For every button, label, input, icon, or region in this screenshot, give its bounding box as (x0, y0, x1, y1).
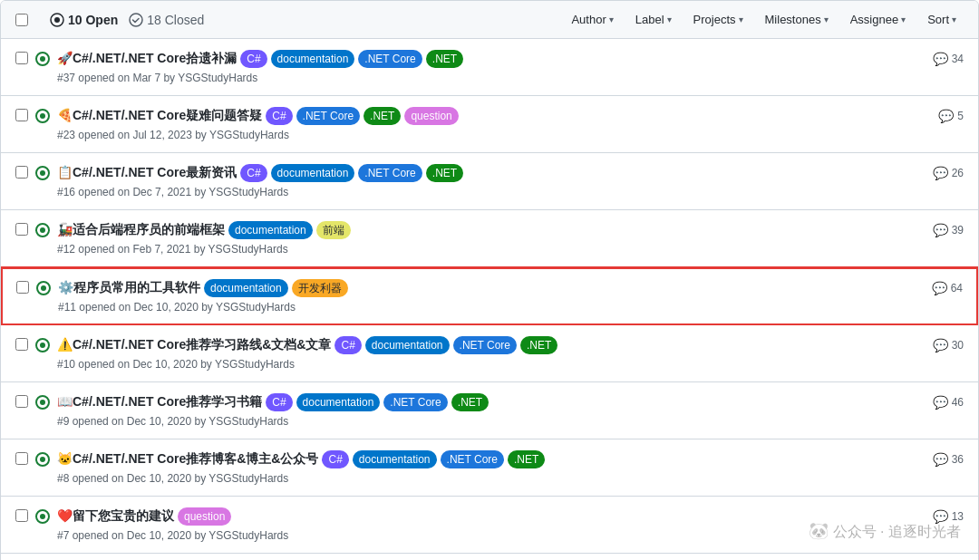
comment-col-11[interactable]: 💬 64 (932, 279, 963, 295)
issue-checkbox-7[interactable] (15, 509, 28, 522)
open-issues-label[interactable]: 10 Open (50, 13, 118, 27)
issue-title-8[interactable]: 🐱C#/.NET/.NET Core推荐博客&博主&公众号 (57, 451, 318, 468)
label-badge[interactable]: C# (334, 336, 361, 354)
closed-issues-label[interactable]: 18 Closed (129, 13, 204, 27)
label-badge[interactable]: documentation (228, 221, 313, 239)
issue-title-row: ⚠️C#/.NET/.NET Core推荐学习路线&文档&文章 C#docume… (57, 336, 926, 354)
issue-checkbox-9[interactable] (15, 395, 28, 408)
author-chevron-icon: ▾ (609, 14, 614, 24)
issue-checkbox-37[interactable] (15, 52, 28, 64)
milestones-chevron-icon: ▾ (824, 14, 829, 24)
label-badge[interactable]: question (178, 507, 231, 526)
comment-col-8[interactable]: 💬 36 (933, 450, 964, 467)
issue-meta-37: #37 opened on Mar 7 by YSGStudyHards (57, 72, 926, 84)
issue-open-icon (35, 223, 50, 237)
label-badge[interactable]: C# (322, 450, 348, 468)
label-badge[interactable]: .NET (426, 50, 463, 68)
issue-title-11[interactable]: ⚙️程序员常用的工具软件 (58, 280, 200, 296)
milestones-filter-btn[interactable]: Milestones ▾ (758, 8, 836, 31)
milestones-filter-label: Milestones (765, 13, 821, 26)
label-badge[interactable]: C# (266, 393, 292, 411)
comment-col-16[interactable]: 💬 26 (933, 164, 964, 180)
issues-toolbar: 10 Open 18 Closed Author ▾ Label ▾ Proje… (1, 1, 978, 39)
svg-point-1 (54, 17, 60, 23)
sort-filter-btn[interactable]: Sort ▾ (920, 8, 964, 31)
issue-title-row: 🐱C#/.NET/.NET Core推荐博客&博主&公众号 C#document… (57, 450, 926, 468)
issue-content-37: 🚀C#/.NET/.NET Core拾遗补漏 C#documentation.N… (57, 50, 926, 84)
issue-title-16[interactable]: 📋C#/.NET/.NET Core最新资讯 (57, 165, 237, 181)
comment-col-23[interactable]: 💬 5 (938, 107, 964, 123)
open-closed-toggle: 10 Open 18 Closed (50, 13, 204, 27)
issues-container: 10 Open 18 Closed Author ▾ Label ▾ Proje… (0, 0, 979, 560)
label-badge[interactable]: 前端 (316, 221, 351, 239)
issue-title-37[interactable]: 🚀C#/.NET/.NET Core拾遗补漏 (57, 51, 237, 67)
projects-filter-btn[interactable]: Projects ▾ (686, 8, 751, 31)
label-badge[interactable]: documentation (271, 50, 355, 68)
issue-title-10[interactable]: ⚠️C#/.NET/.NET Core推荐学习路线&文档&文章 (57, 337, 331, 353)
label-badge[interactable]: 开发利器 (292, 279, 348, 297)
label-badge[interactable]: .NET Core (358, 50, 422, 68)
comment-col-9[interactable]: 💬 46 (933, 393, 964, 410)
comment-icon: 💬 (933, 338, 948, 352)
row-status-col (35, 50, 50, 66)
label-badge[interactable]: C# (240, 164, 267, 182)
author-filter-btn[interactable]: Author ▾ (564, 8, 620, 31)
assignee-filter-label: Assignee (850, 13, 898, 26)
issue-title-9[interactable]: 📖C#/.NET/.NET Core推荐学习书籍 (57, 394, 262, 410)
select-all-checkbox[interactable] (15, 14, 28, 26)
issue-title-12[interactable]: 🚂适合后端程序员的前端框架 (57, 222, 225, 238)
issue-checkbox-12[interactable] (15, 223, 28, 236)
comment-col-37[interactable]: 💬 34 (933, 50, 964, 66)
assignee-filter-btn[interactable]: Assignee ▾ (843, 8, 913, 31)
label-badge[interactable]: .NET Core (441, 450, 504, 468)
row-checkbox-col (15, 507, 28, 522)
label-badge[interactable]: documentation (204, 279, 288, 297)
issue-checkbox-11[interactable] (16, 281, 29, 294)
label-badge[interactable]: .NET Core (383, 393, 447, 411)
label-badge[interactable]: C# (266, 107, 292, 125)
comment-count: 5 (957, 110, 964, 122)
svg-point-2 (130, 14, 142, 26)
issue-title-23[interactable]: 🍕C#/.NET/.NET Core疑难问题答疑 (57, 108, 262, 124)
label-badge[interactable]: .NET Core (296, 107, 360, 125)
label-badge[interactable]: documentation (353, 450, 437, 468)
label-badge[interactable]: C# (240, 50, 267, 68)
issue-checkbox-16[interactable] (15, 166, 28, 179)
issue-title-row: 🚂适合后端程序员的前端框架 documentation前端 (57, 221, 926, 239)
comment-col-7[interactable]: 💬 13 (933, 507, 964, 524)
issue-meta-12: #12 opened on Feb 7, 2021 by YSGStudyHar… (57, 243, 926, 256)
issue-row-12: 🚂适合后端程序员的前端框架 documentation前端 #12 opened… (1, 210, 978, 267)
row-checkbox-col (15, 393, 28, 408)
row-status-col (35, 107, 50, 123)
issue-open-icon (35, 52, 50, 66)
label-filter-btn[interactable]: Label ▾ (628, 8, 679, 31)
sort-chevron-icon: ▾ (952, 14, 956, 24)
label-badge[interactable]: .NET (363, 107, 401, 125)
closed-count-text: 18 Closed (147, 13, 204, 27)
comment-col-12[interactable]: 💬 39 (933, 221, 964, 237)
row-checkbox-col (15, 221, 28, 236)
row-status-col (35, 221, 50, 237)
label-badge[interactable]: .NET Core (453, 336, 517, 354)
label-badge[interactable]: .NET Core (358, 164, 422, 182)
issue-checkbox-8[interactable] (15, 452, 28, 465)
issue-title-row: 🚀C#/.NET/.NET Core拾遗补漏 C#documentation.N… (57, 50, 926, 68)
row-checkbox-col (16, 279, 29, 294)
issue-checkbox-23[interactable] (15, 109, 28, 121)
comment-count: 13 (952, 510, 964, 523)
label-badge[interactable]: documentation (296, 393, 381, 411)
comment-icon: 💬 (933, 509, 948, 524)
row-checkbox-col (15, 450, 28, 465)
issue-open-icon (35, 109, 50, 123)
label-badge[interactable]: documentation (365, 336, 450, 354)
label-badge[interactable]: .NET (508, 450, 545, 468)
label-badge[interactable]: .NET (451, 393, 489, 411)
issue-content-8: 🐱C#/.NET/.NET Core推荐博客&博主&公众号 C#document… (57, 450, 926, 485)
issue-checkbox-10[interactable] (15, 338, 28, 351)
comment-col-10[interactable]: 💬 30 (933, 336, 964, 352)
label-badge[interactable]: documentation (271, 164, 355, 182)
label-badge[interactable]: question (404, 107, 458, 125)
label-badge[interactable]: .NET (520, 336, 557, 354)
issue-title-7[interactable]: ❤️留下您宝贵的建议 (57, 508, 174, 525)
label-badge[interactable]: .NET (426, 164, 463, 182)
